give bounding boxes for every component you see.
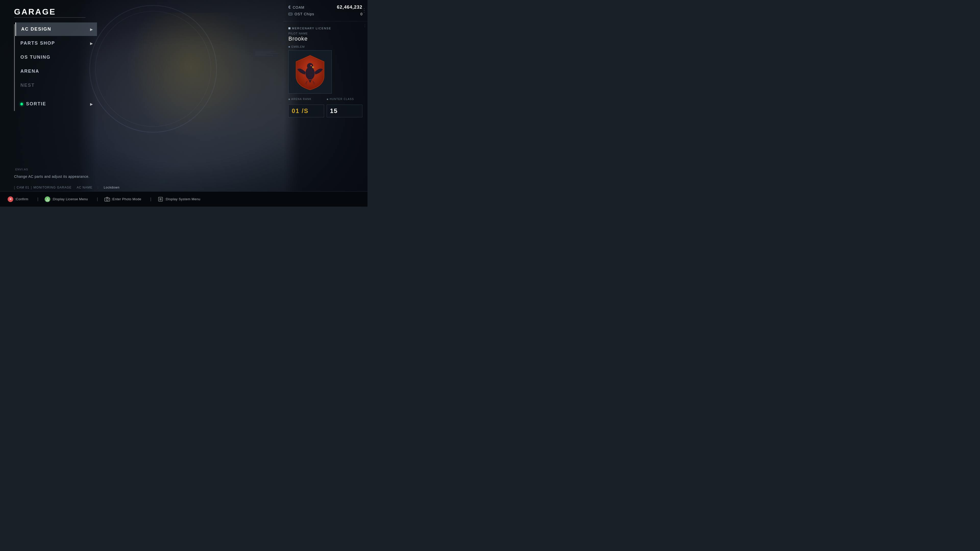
emblem-label: ■ EMBLEM xyxy=(288,45,363,48)
emblem-image xyxy=(291,53,329,91)
main-menu: AC DESIGN ▶ PARTS SHOP ▶ OS TUNING ARENA… xyxy=(15,22,97,111)
stats-headers: ■ ARENA RANK ■ HUNTER CLASS xyxy=(288,98,363,103)
license-dot xyxy=(288,27,290,29)
menu-arrow-sortie: ▶ xyxy=(90,102,93,106)
license-section: MERCENARY LICENSE PILOT NAME Brooke ■ EM… xyxy=(283,27,368,118)
dots-decoration: ⋮ xyxy=(362,7,366,13)
license-label: MERCENARY LICENSE xyxy=(288,27,363,30)
svg-point-2 xyxy=(310,65,312,66)
ac-name-value: Lockdown xyxy=(104,186,120,189)
menu-arrow-parts-shop: ▶ xyxy=(90,41,93,45)
coam-left: € COAM xyxy=(288,5,304,10)
coam-label: COAM xyxy=(293,5,304,10)
ost-label: OST Chips xyxy=(294,12,314,16)
tech-lines xyxy=(255,51,281,56)
confirm-label: :Confirm xyxy=(15,197,28,201)
svg-point-5 xyxy=(109,198,109,199)
coam-row: € COAM 62,464,232 xyxy=(288,5,363,10)
arena-rank-box: 01 /S xyxy=(288,105,324,118)
photo-mode-label: :Enter Photo Mode xyxy=(111,197,142,201)
mech-area xyxy=(76,13,304,191)
menu-item-parts-shop[interactable]: PARTS SHOP ▶ xyxy=(15,37,97,50)
hunter-class-value: 15 xyxy=(330,107,359,114)
ac-name-label-text: AC NAME xyxy=(77,186,93,189)
ost-row: OST Chips 0 xyxy=(288,12,363,16)
cam-info: [ CAM 01 ] MONITORING GARAGE xyxy=(14,186,72,189)
menu-arrow-ac-design: ▶ xyxy=(90,27,93,32)
currency-bar: € COAM 62,464,232 OST Chips 0 ⋮ xyxy=(283,0,368,21)
menu-item-os-tuning[interactable]: OS TUNING xyxy=(15,51,97,64)
system-menu-hint: :Display System Menu xyxy=(158,197,200,202)
pilot-name-label: PILOT NAME xyxy=(288,32,363,35)
photo-mode-hint: :Enter Photo Mode xyxy=(104,197,142,202)
ost-left: OST Chips xyxy=(288,12,314,16)
license-button-hint: △ :Display License Menu xyxy=(45,197,88,202)
menu-item-sortie[interactable]: SORTIE ▶ xyxy=(15,97,97,111)
license-title: MERCENARY LICENSE xyxy=(292,27,331,30)
menu-description: Change AC parts and adjust its appearanc… xyxy=(14,175,89,179)
page-title: GARAGE xyxy=(14,7,56,17)
monitoring-label: MONITORING GARAGE xyxy=(33,186,72,189)
options-icon xyxy=(158,197,163,202)
coam-icon: € xyxy=(288,5,291,10)
menu-item-nest: NEST xyxy=(15,79,97,92)
system-menu-label: :Display System Menu xyxy=(165,197,200,201)
status-bar: ✕ :Confirm | △ :Display License Menu | :… xyxy=(0,191,368,206)
coam-value: 62,464,232 xyxy=(337,5,363,10)
environment-label: ENVI:AS xyxy=(15,168,28,171)
arena-rank-value: 01 /S xyxy=(292,107,321,114)
license-menu-label: :Display License Menu xyxy=(52,197,88,201)
rp-dots-decoration: : xyxy=(364,24,366,28)
emblem-container xyxy=(288,50,332,94)
hunter-class-box: 15 xyxy=(327,105,363,118)
chip-icon xyxy=(288,13,293,15)
pilot-name-value: Brooke xyxy=(288,35,363,42)
menu-item-ac-design[interactable]: AC DESIGN ▶ xyxy=(15,22,97,36)
sortie-active-dot xyxy=(21,103,23,105)
hunter-class-label: ■ HUNTER CLASS xyxy=(327,98,363,100)
arena-rank-label: ■ ARENA RANK xyxy=(288,98,324,100)
ac-name-separator: : xyxy=(97,186,99,189)
stats-row: 01 /S 15 xyxy=(288,105,363,118)
right-panel: € COAM 62,464,232 OST Chips 0 ⋮ MERCENAR… xyxy=(283,0,368,191)
sidebar: GARAGE AC DESIGN ▶ PARTS SHOP ▶ OS TUNIN… xyxy=(0,0,97,191)
left-accent-line xyxy=(14,24,15,111)
x-button-icon: ✕ xyxy=(8,197,13,202)
ac-info-bar: [ CAM 01 ] MONITORING GARAGE AC NAME : L… xyxy=(14,186,120,189)
camera-icon xyxy=(104,197,110,202)
triangle-button-icon: △ xyxy=(45,197,50,202)
svg-point-4 xyxy=(106,199,108,201)
svg-point-1 xyxy=(307,63,313,69)
confirm-button-hint: ✕ :Confirm xyxy=(8,197,28,202)
menu-item-arena[interactable]: ARENA xyxy=(15,65,97,78)
cam-label: CAM 01 xyxy=(17,186,29,189)
